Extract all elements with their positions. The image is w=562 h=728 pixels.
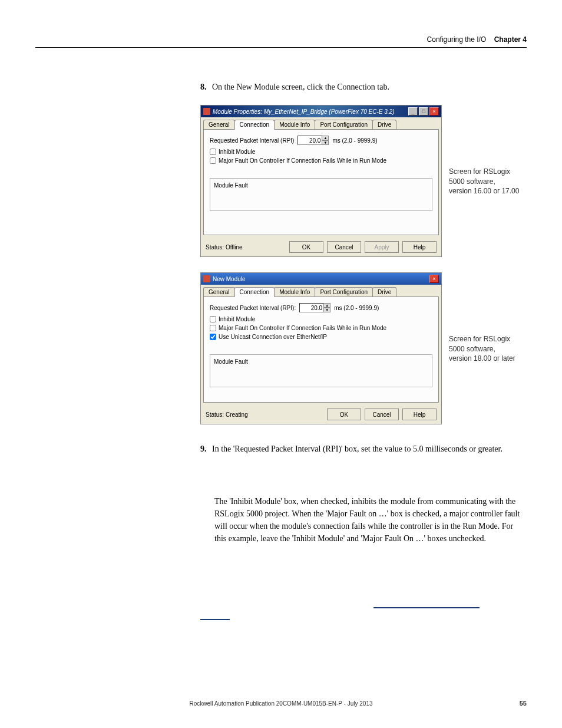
major-fault-label: Major Fault On Controller If Connection … — [219, 325, 386, 331]
tab-general[interactable]: General — [203, 120, 235, 129]
spin-up-icon[interactable]: ▲ — [322, 136, 329, 140]
dialog1-titlebar[interactable]: Module Properties: My_EtherNet_IP_Bridge… — [201, 106, 441, 117]
tab-module-info[interactable]: Module Info — [274, 120, 315, 129]
dialog2-status-bar: Status: Creating OK Cancel Help — [201, 405, 441, 424]
module-fault-legend: Module Fault — [214, 182, 248, 189]
rpi-row: Requested Packet Interval (RPI) ▲▼ ms (2… — [210, 136, 432, 145]
app-icon — [203, 275, 210, 282]
step-9-number: 9. — [200, 444, 207, 453]
dialog1-row: Module Properties: My_EtherNet_IP_Bridge… — [200, 98, 527, 265]
new-module-dialog: New Module × General Connection Module I… — [200, 272, 442, 424]
unicast-checkbox[interactable] — [210, 334, 216, 340]
inhibit-row: Inhibit Module — [210, 149, 432, 155]
ok-button[interactable]: OK — [289, 241, 323, 253]
help-button[interactable]: Help — [402, 241, 437, 253]
dialog2-titlebar[interactable]: New Module × — [201, 273, 441, 285]
major-fault-checkbox[interactable] — [210, 325, 216, 331]
module-fault-group: Module Fault — [210, 354, 432, 387]
step-8-text: On the New Module screen, click the Conn… — [212, 83, 389, 91]
section-title: Configuring the I/O — [427, 35, 487, 44]
tab-port-config[interactable]: Port Configuration — [315, 287, 373, 297]
body-paragraph: The 'Inhibit Module' box, when checked, … — [214, 495, 527, 545]
step-8: 8. On the New Module screen, click the C… — [200, 83, 527, 92]
inhibit-checkbox[interactable] — [210, 316, 216, 322]
apply-button[interactable]: Apply — [365, 241, 399, 253]
publication-id: Rockwell Automation Publication 20COMM-U… — [189, 700, 372, 707]
major-fault-checkbox[interactable] — [210, 157, 216, 164]
step-9-text: In the 'Requested Packet Interval (RPI)'… — [212, 444, 503, 453]
tab-module-info[interactable]: Module Info — [274, 287, 315, 297]
decorative-rule-1 — [373, 607, 480, 608]
tab-connection[interactable]: Connection — [234, 287, 275, 297]
rpi-input[interactable] — [297, 136, 322, 145]
inhibit-checkbox[interactable] — [210, 149, 216, 155]
rpi-label: Requested Packet Interval (RPI) — [210, 137, 294, 144]
major-fault-row: Major Fault On Controller If Connection … — [210, 325, 432, 331]
spin-down-icon[interactable]: ▼ — [322, 140, 329, 145]
status-text: Status: Offline — [206, 244, 243, 251]
major-fault-row: Major Fault On Controller If Connection … — [210, 157, 432, 164]
rpi-row: Requested Packet Interval (RPI): ▲▼ ms (… — [210, 303, 432, 312]
page-footer: Rockwell Automation Publication 20COMM-U… — [0, 700, 562, 707]
rpi-unit: ms (2.0 - 9999.9) — [334, 305, 379, 311]
window-controls: × — [429, 275, 439, 283]
dialog2-buttons: OK Cancel Help — [327, 409, 437, 420]
page-number: 55 — [520, 700, 527, 707]
app-icon — [203, 108, 210, 115]
window-controls: _ □ × — [408, 107, 439, 116]
rpi-unit: ms (2.0 - 9999.9) — [332, 137, 377, 144]
minimize-button[interactable]: _ — [408, 107, 418, 116]
status-text: Status: Creating — [206, 411, 248, 418]
help-button[interactable]: Help — [402, 409, 437, 420]
inhibit-row: Inhibit Module — [210, 316, 432, 322]
module-fault-group: Module Fault — [210, 178, 432, 211]
module-fault-legend: Module Fault — [214, 358, 248, 365]
spin-down-icon[interactable]: ▼ — [323, 308, 330, 312]
cancel-button[interactable]: Cancel — [327, 241, 361, 253]
unicast-row: Use Unicast Connection over EtherNet/IP — [210, 334, 432, 340]
dialog2-row: New Module × General Connection Module I… — [200, 265, 527, 433]
dialog1-caption: Screen for RSLogix 5000 software, versio… — [449, 167, 520, 196]
unicast-label: Use Unicast Connection over EtherNet/IP — [219, 334, 327, 340]
decorative-rule-2 — [200, 619, 230, 620]
dialog1-body: Requested Packet Interval (RPI) ▲▼ ms (2… — [203, 129, 439, 235]
module-properties-dialog: Module Properties: My_EtherNet_IP_Bridge… — [200, 105, 442, 257]
dialog2-tabs: General Connection Module Info Port Conf… — [201, 285, 441, 297]
rpi-spinner[interactable]: ▲▼ — [322, 136, 329, 145]
step-8-number: 8. — [200, 83, 207, 91]
tab-drive[interactable]: Drive — [372, 120, 396, 129]
dialog2-body: Requested Packet Interval (RPI): ▲▼ ms (… — [203, 297, 439, 403]
step-9: 9. In the 'Requested Packet Interval (RP… — [200, 444, 527, 454]
cancel-button[interactable]: Cancel — [365, 409, 399, 420]
dialog1-buttons: OK Cancel Apply Help — [289, 241, 437, 253]
dialog2-caption: Screen for RSLogix 5000 software, versio… — [449, 334, 520, 364]
tab-general[interactable]: General — [203, 287, 235, 297]
main-content: 8. On the New Module screen, click the C… — [200, 83, 527, 545]
header-rule — [35, 47, 527, 48]
rpi-label: Requested Packet Interval (RPI): — [210, 305, 296, 311]
chapter-label: Chapter 4 — [494, 35, 527, 44]
inhibit-label: Inhibit Module — [219, 316, 255, 322]
close-button[interactable]: × — [429, 275, 439, 283]
dialog1-status-bar: Status: Offline OK Cancel Apply Help — [201, 238, 441, 256]
ok-button[interactable]: OK — [327, 409, 361, 420]
spin-up-icon[interactable]: ▲ — [323, 303, 330, 308]
page-header: Configuring the I/O Chapter 4 — [427, 35, 527, 44]
maximize-button[interactable]: □ — [419, 107, 428, 116]
close-button[interactable]: × — [429, 107, 439, 116]
rpi-input[interactable] — [299, 303, 324, 312]
dialog1-title: Module Properties: My_EtherNet_IP_Bridge… — [213, 108, 408, 115]
tab-port-config[interactable]: Port Configuration — [315, 120, 373, 129]
dialog1-tabs: General Connection Module Info Port Conf… — [201, 117, 441, 129]
tab-drive[interactable]: Drive — [372, 287, 396, 297]
major-fault-label: Major Fault On Controller If Connection … — [219, 157, 386, 164]
dialog2-title: New Module — [213, 276, 429, 282]
rpi-spinner[interactable]: ▲▼ — [323, 303, 330, 312]
tab-connection[interactable]: Connection — [234, 120, 275, 130]
inhibit-label: Inhibit Module — [219, 149, 255, 155]
